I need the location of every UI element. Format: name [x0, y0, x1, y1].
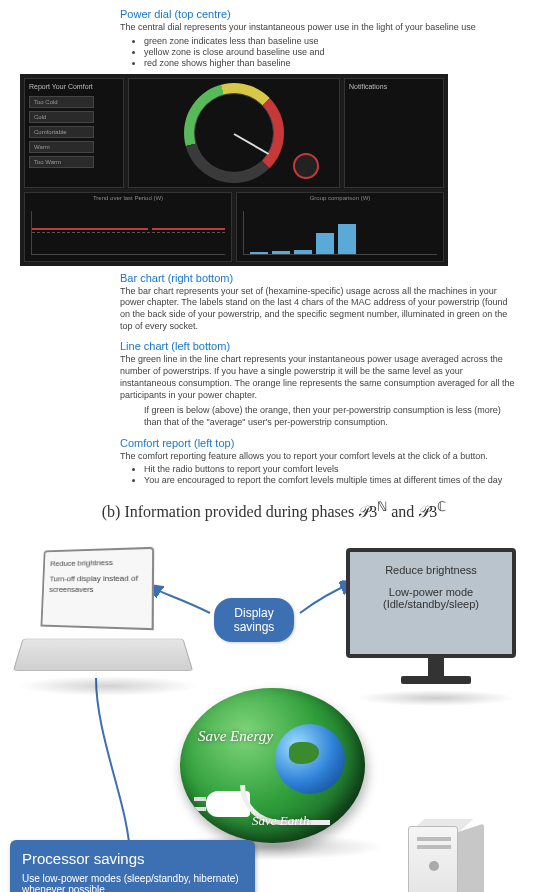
monitor-tip-2: Low-power mode (Idle/standby/sleep) [360, 586, 502, 610]
bar-chart-icon [243, 211, 437, 255]
heading-linechart: Line chart (left bottom) [120, 340, 520, 352]
para-linechart-2: If green is below (above) the orange, th… [144, 405, 520, 428]
notif-title: Notifications [349, 83, 439, 90]
para-barchart: The bar chart represents your set of (he… [120, 286, 520, 333]
gauge-small-icon [293, 153, 319, 179]
processor-title: Processor savings [22, 850, 243, 867]
save-energy-globe-icon: Save Energy Save Earth [180, 688, 365, 843]
gauge-icon [184, 83, 284, 183]
para-comfort: The comfort reporting feature allows you… [120, 451, 520, 463]
bar-chart-panel: Group comparison (W) [236, 192, 444, 262]
comfort-option[interactable]: Comfortable [29, 126, 94, 138]
laptop-screen: Reduce brightness Turn-off display inste… [41, 546, 155, 629]
processor-savings-box: Processor savings Use low-power modes (s… [10, 840, 255, 892]
display-savings-pill: Display savings [214, 598, 294, 643]
globe-text-2: Save Earth [252, 813, 309, 829]
para-linechart-1: The green line in the line chart represe… [120, 354, 520, 401]
globe-text-1: Save Energy [198, 728, 273, 745]
bullet: red zone shows higher than baseline [144, 58, 520, 68]
line-chart-caption: Trend over last Period (W) [93, 195, 163, 201]
figure-caption-b: (b) Information provided during phases 𝒫… [0, 489, 548, 533]
bullet: yellow zone is close around baseline use… [144, 47, 520, 57]
notifications-panel: Notifications [344, 78, 444, 188]
earth-icon [275, 724, 345, 794]
doc-column: Power dial (top centre) The central dial… [0, 0, 548, 485]
comfort-option[interactable]: Too Cold [29, 96, 94, 108]
caption-b-C: ℂ [437, 499, 446, 514]
desktop-tower-icon [408, 826, 498, 892]
caption-b-p3: 𝒫3 [358, 504, 377, 521]
laptop-tip-2: Turn-off display instead of screensavers [49, 574, 146, 595]
bar-chart-caption: Group comparison (W) [310, 195, 371, 201]
monitor-tip-1: Reduce brightness [360, 564, 502, 576]
line-chart-icon [31, 211, 225, 255]
caption-b-N: ℕ [377, 499, 387, 514]
monitor-icon: Reduce brightness Low-power mode (Idle/s… [346, 548, 526, 698]
comfort-report-panel: Report Your Comfort Too Cold Cold Comfor… [24, 78, 124, 188]
heading-barchart: Bar chart (right bottom) [120, 272, 520, 284]
power-dial-panel [128, 78, 340, 188]
bullet: Hit the radio buttons to report your com… [144, 464, 520, 474]
caption-b-prefix: (b) Information provided during phases [102, 504, 358, 521]
monitor-screen: Reduce brightness Low-power mode (Idle/s… [346, 548, 516, 658]
bullet: You are encouraged to report the comfort… [144, 475, 520, 485]
caption-b-and: and [387, 504, 418, 521]
caption-b-p3b: 𝒫3 [418, 504, 437, 521]
bullets-powerdial: green zone indicates less than baseline … [144, 36, 520, 68]
line-chart-panel: Trend over last Period (W) [24, 192, 232, 262]
heading-powerdial: Power dial (top centre) [120, 8, 520, 20]
heading-comfort: Comfort report (left top) [120, 437, 520, 449]
comfort-option[interactable]: Too Warm [29, 156, 94, 168]
bullets-comfort: Hit the radio buttons to report your com… [144, 464, 520, 485]
processor-para: Use low-power modes (sleep/standby, hibe… [22, 873, 243, 892]
energy-infographic: Reduce brightness Turn-off display inste… [0, 538, 548, 892]
comfort-option[interactable]: Cold [29, 111, 94, 123]
para-powerdial: The central dial represents your instant… [120, 22, 520, 34]
laptop-icon: Reduce brightness Turn-off display inste… [8, 548, 208, 688]
bullet: green zone indicates less than baseline … [144, 36, 520, 46]
embedded-dashboard: Report Your Comfort Too Cold Cold Comfor… [20, 74, 448, 266]
comfort-title: Report Your Comfort [29, 83, 119, 90]
comfort-option[interactable]: Warm [29, 141, 94, 153]
